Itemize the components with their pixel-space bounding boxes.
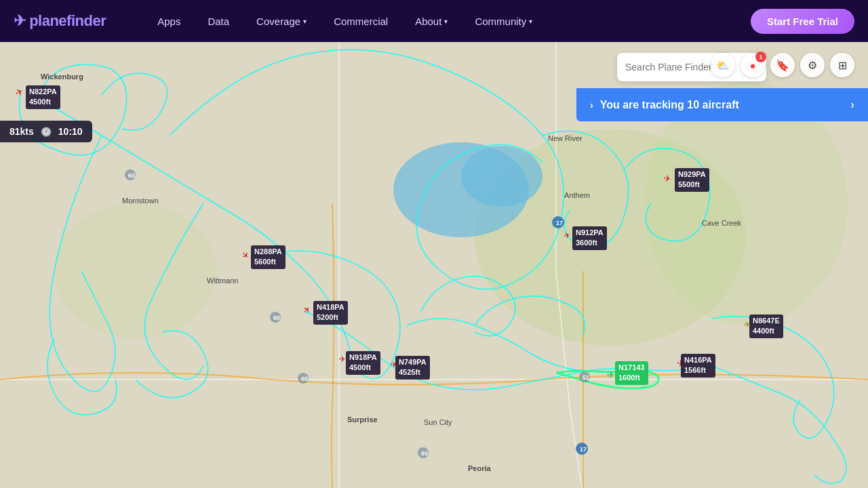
logo[interactable]: ✈ planefinder bbox=[14, 12, 106, 30]
speed-value: 81kts bbox=[9, 126, 34, 137]
svg-text:17: 17 bbox=[556, 220, 563, 226]
svg-text:✈: ✈ bbox=[677, 358, 685, 369]
svg-text:60: 60 bbox=[128, 172, 135, 179]
svg-text:Surprise: Surprise bbox=[347, 415, 378, 424]
chevron-down-icon: ▾ bbox=[529, 18, 532, 25]
svg-text:Peoria: Peoria bbox=[468, 464, 492, 472]
notification-badge: 1 bbox=[755, 52, 766, 62]
nav-item-apps[interactable]: Apps bbox=[146, 10, 191, 33]
settings-icon: ⚙ bbox=[808, 59, 817, 72]
svg-text:17: 17 bbox=[580, 446, 587, 453]
svg-text:✈: ✈ bbox=[339, 354, 346, 364]
nav-item-about[interactable]: About ▾ bbox=[404, 10, 458, 33]
svg-point-5 bbox=[461, 146, 542, 207]
toolbar: ⛅ ● 1 🔖 ⚙ ⊞ bbox=[711, 53, 854, 77]
time-value: 10:10 bbox=[58, 126, 83, 137]
nav-item-coverage[interactable]: Coverage ▾ bbox=[245, 10, 317, 33]
bookmark-icon: 🔖 bbox=[776, 59, 789, 72]
chevron-down-icon: ▾ bbox=[444, 18, 448, 25]
speed-hud: 81kts 🕐 10:10 bbox=[0, 121, 92, 142]
svg-text:Morristown: Morristown bbox=[122, 197, 159, 205]
svg-text:✈: ✈ bbox=[607, 369, 615, 380]
grid-icon: ⊞ bbox=[838, 59, 847, 72]
bell-icon: ● bbox=[749, 60, 755, 71]
svg-text:60: 60 bbox=[421, 450, 428, 457]
tracking-text: You are tracking 10 aircraft bbox=[600, 99, 739, 111]
nav-links: Apps Data Coverage ▾ Commercial About ▾ … bbox=[146, 10, 751, 33]
nav-item-community[interactable]: Community ▾ bbox=[464, 10, 543, 33]
svg-text:Anthem: Anthem bbox=[564, 191, 590, 199]
weather-icon: ⛅ bbox=[716, 59, 730, 72]
more-button[interactable]: ⊞ bbox=[830, 53, 854, 77]
clock-icon: 🕐 bbox=[41, 127, 52, 137]
chevron-down-icon: ▾ bbox=[303, 18, 307, 25]
svg-text:New River: New River bbox=[548, 134, 583, 142]
logo-plane: ✈ bbox=[14, 12, 29, 29]
svg-text:Sun City: Sun City bbox=[424, 418, 452, 426]
svg-text:Wickenburg: Wickenburg bbox=[41, 73, 83, 81]
svg-text:Cave Creek: Cave Creek bbox=[702, 219, 742, 227]
svg-point-3 bbox=[54, 203, 217, 339]
settings-button[interactable]: ⚙ bbox=[800, 53, 825, 77]
start-free-trial-button[interactable]: Start Free Trial bbox=[751, 9, 854, 34]
bookmark-button[interactable]: 🔖 bbox=[770, 53, 795, 77]
navbar: ✈ planefinder Apps Data Coverage ▾ Comme… bbox=[0, 0, 868, 42]
tracking-banner[interactable]: › You are tracking 10 aircraft › bbox=[576, 88, 868, 121]
weather-button[interactable]: ⛅ bbox=[711, 53, 735, 77]
chevron-right-icon: › bbox=[590, 100, 593, 110]
notifications-button[interactable]: ● 1 bbox=[741, 53, 765, 77]
nav-item-data[interactable]: Data bbox=[197, 10, 240, 33]
nav-item-commercial[interactable]: Commercial bbox=[323, 10, 399, 33]
close-icon[interactable]: › bbox=[850, 98, 854, 112]
svg-text:60: 60 bbox=[273, 314, 280, 321]
svg-text:✈: ✈ bbox=[391, 360, 397, 369]
svg-text:Wittmann: Wittmann bbox=[207, 277, 238, 285]
svg-text:60: 60 bbox=[301, 375, 308, 382]
svg-text:51: 51 bbox=[583, 374, 589, 381]
